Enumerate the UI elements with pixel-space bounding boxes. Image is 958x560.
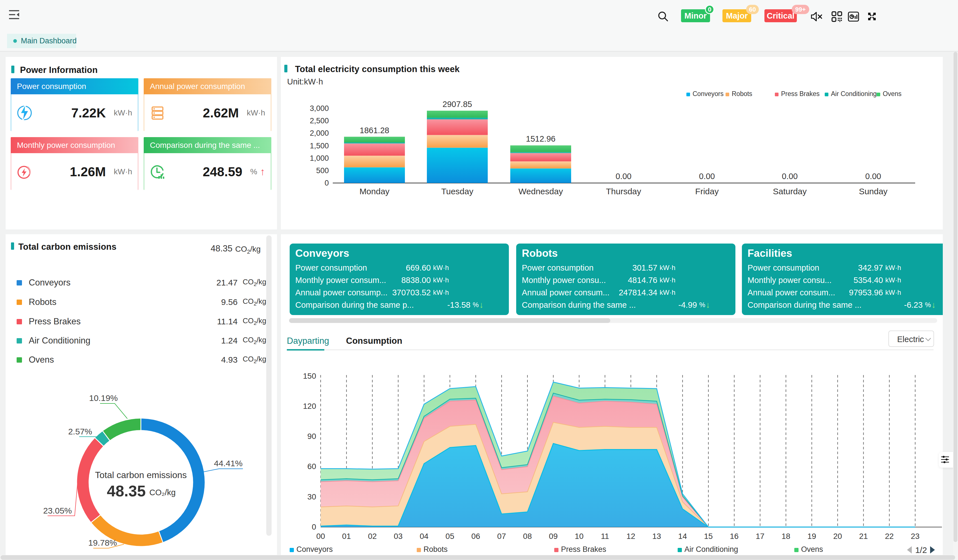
svg-text:500: 500: [316, 166, 329, 175]
svg-text:Sunday: Sunday: [859, 187, 888, 196]
svg-text:20: 20: [833, 532, 842, 541]
svg-text:0: 0: [325, 179, 329, 187]
svg-text:06: 06: [471, 532, 480, 541]
svg-text:16: 16: [730, 532, 739, 541]
svg-text:13: 13: [652, 532, 661, 541]
svg-text:Wednesday: Wednesday: [519, 187, 563, 196]
svg-text:Conveyors: Conveyors: [693, 90, 723, 97]
svg-text:0.00: 0.00: [865, 172, 881, 181]
svg-text:Press Brakes: Press Brakes: [781, 90, 820, 97]
svg-text:00: 00: [316, 532, 325, 541]
svg-text:0.00: 0.00: [699, 172, 715, 181]
svg-text:12: 12: [627, 532, 635, 541]
svg-text:08: 08: [523, 532, 532, 541]
svg-text:21: 21: [859, 532, 868, 541]
svg-text:23: 23: [910, 532, 919, 541]
svg-text:Tuesday: Tuesday: [441, 187, 473, 196]
svg-text:22: 22: [885, 532, 894, 541]
svg-text:150: 150: [303, 372, 316, 380]
svg-text:2.57%: 2.57%: [68, 427, 92, 436]
svg-text:60: 60: [308, 462, 316, 471]
svg-text:2,500: 2,500: [310, 117, 329, 125]
svg-text:0.00: 0.00: [782, 172, 798, 181]
svg-text:0.00: 0.00: [615, 172, 631, 181]
svg-text:2,000: 2,000: [310, 129, 329, 138]
svg-text:09: 09: [549, 532, 558, 541]
svg-text:07: 07: [497, 532, 506, 541]
svg-text:10.19%: 10.19%: [89, 393, 118, 403]
svg-text:Conveyors: Conveyors: [297, 545, 333, 554]
svg-text:Robots: Robots: [423, 545, 448, 554]
svg-text:Ovens: Ovens: [883, 90, 901, 97]
svg-text:1/2: 1/2: [915, 545, 927, 555]
svg-text:02: 02: [368, 532, 377, 541]
svg-text:1861.28: 1861.28: [360, 126, 389, 135]
svg-text:Press Brakes: Press Brakes: [561, 545, 606, 554]
svg-text:Thursday: Thursday: [606, 187, 641, 196]
svg-text:120: 120: [303, 402, 316, 410]
svg-text:05: 05: [446, 532, 454, 541]
svg-text:90: 90: [308, 432, 316, 441]
svg-text:Saturday: Saturday: [773, 187, 807, 196]
svg-text:2907.85: 2907.85: [443, 100, 472, 109]
svg-text:04: 04: [420, 532, 428, 541]
svg-text:Ovens: Ovens: [801, 545, 823, 554]
svg-text:Air Conditioning: Air Conditioning: [831, 90, 877, 97]
svg-text:Robots: Robots: [732, 90, 752, 97]
svg-text:19.78%: 19.78%: [88, 538, 117, 547]
svg-text:03: 03: [394, 532, 403, 541]
svg-text:3,000: 3,000: [310, 104, 329, 112]
svg-text:15: 15: [704, 532, 713, 541]
svg-text:23.05%: 23.05%: [43, 506, 72, 515]
svg-text:1,000: 1,000: [310, 154, 329, 163]
svg-text:Friday: Friday: [695, 187, 718, 196]
svg-text:48.35: 48.35: [107, 482, 146, 500]
svg-text:0: 0: [312, 522, 316, 531]
svg-text:30: 30: [308, 492, 316, 501]
svg-text:1,500: 1,500: [310, 142, 329, 150]
svg-text:Total carbon emissions: Total carbon emissions: [95, 470, 187, 480]
svg-text:19: 19: [807, 532, 816, 541]
svg-text:17: 17: [756, 532, 764, 541]
svg-text:CO₂/kg: CO₂/kg: [149, 488, 176, 497]
svg-text:11: 11: [601, 532, 609, 541]
svg-text:Air Conditioning: Air Conditioning: [684, 545, 738, 554]
svg-text:44.41%: 44.41%: [214, 459, 243, 468]
svg-text:14: 14: [678, 532, 687, 541]
svg-text:1512.96: 1512.96: [526, 134, 556, 143]
svg-text:18: 18: [782, 532, 790, 541]
svg-text:01: 01: [342, 532, 351, 541]
svg-text:Monday: Monday: [360, 187, 390, 196]
svg-text:10: 10: [575, 532, 584, 541]
